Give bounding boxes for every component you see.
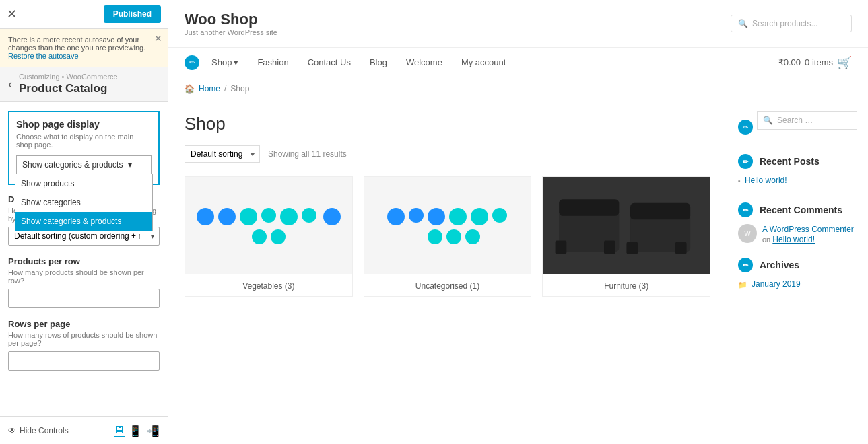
sidebar-search[interactable]: 🔍 Search …	[757, 111, 857, 130]
cart-items-count: 0 items	[805, 57, 833, 67]
comment-content: A WordPress Commenter on Hello world!	[762, 224, 857, 244]
nav-link-fashion[interactable]: Fashion	[248, 48, 298, 77]
archives-edit-pencil[interactable]: ✏	[738, 258, 753, 272]
autosave-text: There is a more recent autosave of your …	[8, 36, 145, 52]
panel-top-bar: ✕ Published	[0, 0, 168, 29]
recent-posts-edit-pencil[interactable]: ✏	[738, 154, 753, 169]
breadcrumb-home-link[interactable]: Home	[199, 84, 220, 94]
product-name-uncategorised: Uncategorised (1)	[364, 274, 531, 296]
archives-label: Archives	[760, 260, 799, 270]
search-icon: 🔍	[738, 19, 748, 28]
desktop-device-button[interactable]: 🖥	[114, 424, 125, 437]
svg-rect-6	[626, 242, 638, 254]
dot	[471, 208, 488, 225]
dot	[465, 229, 480, 244]
sidebar-search-placeholder: Search …	[777, 116, 813, 125]
breadcrumb: Customizing • WooCommerce	[19, 73, 118, 81]
nav-link-contact[interactable]: Contact Us	[298, 48, 360, 77]
svg-rect-3	[604, 241, 615, 254]
dot	[428, 229, 442, 244]
site-navigation: ✏ Shop ▾ Fashion Contact Us Blog Welcome…	[168, 48, 868, 77]
shop-display-dropdown-list: Show products Show categories Show categ…	[15, 174, 153, 231]
dropdown-option-show-products[interactable]: Show products	[15, 174, 152, 193]
dot	[428, 208, 445, 225]
header-search[interactable]: 🔍 Search products...	[731, 15, 852, 32]
archive-link[interactable]: January 2019	[752, 279, 801, 289]
nav-link-blog[interactable]: Blog	[360, 48, 397, 77]
sidebar-search-wrapper: ✏ 🔍 Search …	[738, 111, 857, 143]
svg-rect-1	[559, 199, 619, 216]
breadcrumb-current: Shop	[230, 84, 249, 94]
home-icon: 🏠	[185, 84, 195, 94]
dot	[261, 208, 276, 223]
comment-context: on	[762, 235, 772, 244]
hide-controls-button[interactable]: 👁 Hide Controls	[8, 426, 69, 435]
recent-posts-label: Recent Posts	[760, 156, 820, 167]
search-placeholder-text: Search products...	[752, 19, 817, 28]
product-thumb-uncategorised	[364, 177, 531, 274]
nav-link-welcome[interactable]: Welcome	[397, 48, 452, 77]
dot	[449, 208, 467, 225]
svg-rect-2	[555, 241, 566, 254]
device-switcher: 🖥 📱 📲	[114, 424, 160, 437]
shop-display-selected[interactable]: Show categories & products ▾	[16, 155, 152, 174]
products-per-row-input[interactable]: 3	[8, 289, 160, 308]
comment-item: W A WordPress Commenter on Hello world!	[738, 224, 857, 244]
panel-content: Shop page display Choose what to display…	[0, 102, 168, 416]
nav-link-shop[interactable]: Shop ▾	[202, 48, 248, 77]
back-button[interactable]: ‹	[8, 77, 12, 91]
site-tagline: Just another WordPress site	[185, 28, 277, 36]
hide-controls-label: Hide Controls	[20, 426, 69, 435]
dot	[446, 229, 461, 244]
post-icon: ▪	[738, 177, 741, 185]
restore-autosave-link[interactable]: Restore the autosave	[8, 52, 79, 60]
dot	[387, 208, 405, 225]
commenter-avatar: W	[738, 224, 757, 243]
panel-footer: 👁 Hide Controls 🖥 📱 📲	[0, 416, 168, 444]
sidebar-edit-pencil[interactable]: ✏	[738, 120, 753, 135]
tablet-device-button[interactable]: 📱	[129, 424, 142, 437]
recent-comments-section: ✏ Recent Comments W A WordPress Commente…	[738, 202, 857, 244]
dot	[218, 208, 236, 225]
rows-per-page-desc: How many rows of products should be show…	[8, 331, 160, 347]
cart-area[interactable]: ₹0.00 0 items 🛒	[778, 55, 852, 70]
breadcrumb-bar: ‹ Customizing • WooCommerce Product Cata…	[0, 67, 168, 102]
dot	[271, 229, 286, 244]
rows-per-page-input[interactable]: 4	[8, 351, 160, 371]
dropdown-option-show-categories[interactable]: Show categories	[15, 193, 152, 212]
mobile-device-button[interactable]: 📲	[146, 424, 160, 437]
product-card-uncategorised[interactable]: Uncategorised (1)	[364, 176, 532, 297]
autosave-notice: There is a more recent autosave of your …	[0, 29, 168, 67]
shop-page-title: Shop	[185, 114, 710, 135]
nav-link-account[interactable]: My account	[452, 48, 515, 77]
panel-title: Product Catalog	[19, 82, 118, 96]
recent-posts-section: ✏ Recent Posts ▪ Hello world!	[738, 154, 857, 189]
published-button[interactable]: Published	[104, 5, 161, 23]
product-card-vegetables[interactable]: Vegetables (3)	[185, 176, 353, 297]
product-thumb-vegetables	[185, 177, 352, 274]
dot	[252, 229, 267, 244]
commenter-name-link[interactable]: A WordPress Commenter	[762, 225, 854, 234]
dot	[240, 208, 257, 225]
site-branding: Woo Shop Just another WordPress site	[185, 11, 277, 36]
dot	[302, 208, 316, 223]
shop-display-dropdown-wrapper: Show categories & products ▾ Show produc…	[16, 155, 152, 174]
products-grid: Vegetables (3)	[185, 176, 710, 297]
sort-select[interactable]: Default sorting	[185, 145, 260, 163]
product-card-furniture[interactable]: Furniture (3)	[542, 176, 710, 297]
recent-comments-edit-pencil[interactable]: ✏	[738, 202, 753, 217]
rows-per-page-label: Rows per page	[8, 319, 160, 329]
product-name-vegetables: Vegetables (3)	[185, 274, 352, 296]
close-button[interactable]: ✕	[7, 7, 17, 22]
shop-display-desc: Choose what to display on the main shop …	[16, 133, 152, 149]
archive-icon: 📁	[738, 281, 747, 289]
nav-edit-pencil[interactable]: ✏	[185, 55, 199, 70]
shop-area: Shop Default sorting Showing all 11 resu…	[168, 100, 727, 317]
dropdown-option-show-both[interactable]: Show categories & products	[15, 212, 152, 231]
nav-with-pencil: ✏ Shop ▾ Fashion Contact Us Blog Welcome…	[185, 48, 515, 77]
close-notice-button[interactable]: ✕	[154, 33, 162, 44]
shop-dropdown-arrow: ▾	[234, 57, 238, 67]
recent-post-link[interactable]: Hello world!	[745, 176, 787, 185]
sort-select-wrapper: Default sorting	[185, 145, 260, 163]
comment-post-link[interactable]: Hello world!	[772, 235, 815, 244]
